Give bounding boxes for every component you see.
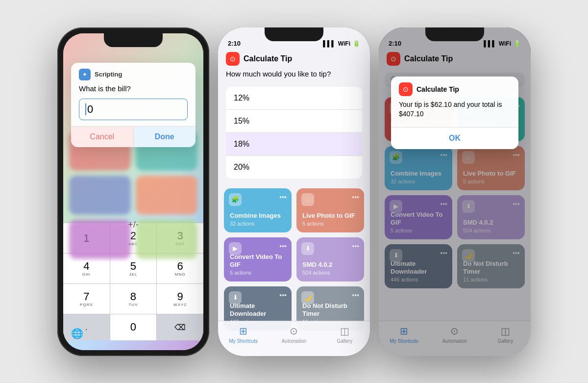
sign-toggle[interactable]: +/- xyxy=(128,220,139,230)
ultimate-name-2: Ultimate Downloader xyxy=(230,302,286,317)
shortcut-live-photo-2[interactable]: ◌ ••• Live Photo to GIF 5 actions xyxy=(296,188,364,232)
gallery-icon-2: ◫ xyxy=(340,325,349,337)
phones-container: ✦ Scripting What is the bill? 0 Cancel D… xyxy=(48,18,540,366)
phone-2-tab-bar: ⊞ My Shortcuts ⊙ Automation ◫ Gallery xyxy=(218,321,370,356)
numpad-7[interactable]: 7PQRS xyxy=(63,284,110,314)
numpad-9[interactable]: 9WXYZ xyxy=(157,284,203,314)
tip-12[interactable]: 12% xyxy=(226,87,362,110)
alert-box: ⊙ Calculate Tip Your tip is $62.10 and y… xyxy=(391,77,518,149)
phone-2-status-icons: ▌▌▌ WiFi 🔋 xyxy=(323,40,360,47)
phone-3-time: 2:10 xyxy=(389,40,401,47)
automation-icon-2: ⊙ xyxy=(290,325,298,337)
tab-my-shortcuts-2[interactable]: ⊞ My Shortcuts xyxy=(218,325,269,344)
input-value: 0 xyxy=(87,103,93,116)
battery-icon: 🔋 xyxy=(353,40,360,47)
automation-label-2: Automation xyxy=(282,338,307,344)
convert-video-icon-2: ▶ xyxy=(229,242,242,255)
live-photo-actions-2: 5 actions xyxy=(302,221,358,227)
alert-app-name: Calculate Tip xyxy=(416,85,459,93)
dialog-input[interactable]: 0 xyxy=(79,99,188,120)
phone-2-notch xyxy=(265,27,323,41)
smd-icon-2: ⬇ xyxy=(301,242,314,255)
signal-icon-3: ▌▌▌ xyxy=(484,40,496,47)
my-shortcuts-label-2: My Shortcuts xyxy=(229,338,257,344)
phone-1-notch xyxy=(104,33,163,47)
tip-list: 12% 15% 18% 20% xyxy=(226,87,362,179)
phone-2-screen: 2:10 ▌▌▌ WiFi 🔋 ⊙ Calculate Tip How much… xyxy=(218,27,370,356)
tip-20[interactable]: 20% xyxy=(226,156,362,179)
battery-icon-3: 🔋 xyxy=(514,40,521,47)
combine-images-name-2: Combine Images xyxy=(230,212,286,220)
scripting-dialog: ✦ Scripting What is the bill? 0 Cancel D… xyxy=(63,55,203,155)
text-cursor xyxy=(85,103,86,115)
shortcut-combine-images-2[interactable]: 🧩 ••• Combine Images 32 actions xyxy=(224,188,292,232)
tip-18[interactable]: 18% xyxy=(226,133,362,156)
scripting-icon: ✦ xyxy=(79,69,91,80)
done-button[interactable]: Done xyxy=(134,127,196,147)
alert-message: Your tip is $62.10 and your total is $40… xyxy=(391,98,518,127)
alert-ok-button[interactable]: OK xyxy=(391,128,518,149)
convert-video-actions-2: 5 actions xyxy=(230,270,286,276)
dialog-buttons: Cancel Done xyxy=(71,126,196,147)
dialog-app-name: Scripting xyxy=(95,71,122,78)
phone-2-time: 2:10 xyxy=(228,40,241,47)
combine-images-icon-2: 🧩 xyxy=(229,193,242,206)
convert-video-menu-2[interactable]: ••• xyxy=(279,242,287,250)
globe-key[interactable]: 🌐 xyxy=(71,328,83,339)
tip-result-alert: ⊙ Calculate Tip Your tip is $62.10 and y… xyxy=(379,27,531,356)
phone-3-screen: 2:10 ▌▌▌ WiFi 🔋 ⊙ Calculate Tip 🔍 Search xyxy=(379,27,531,356)
phone-1-screen: ✦ Scripting What is the bill? 0 Cancel D… xyxy=(63,33,203,350)
bg-card-6 xyxy=(136,220,197,259)
cancel-button[interactable]: Cancel xyxy=(71,127,134,147)
bg-card-3 xyxy=(69,176,131,215)
ultimate-icon-2: ⬇ xyxy=(229,291,242,304)
smd-name-2: SMD 4.0.2 xyxy=(302,261,358,269)
dialog-card: ✦ Scripting What is the bill? 0 Cancel D… xyxy=(71,63,196,147)
tip-question: How much would you like to tip? xyxy=(226,70,362,78)
alert-btn-row: OK xyxy=(391,127,518,149)
dnd-menu-2[interactable]: ••• xyxy=(352,291,359,299)
smd-actions-2: 504 actions xyxy=(302,270,358,276)
numpad-8[interactable]: 8TUV xyxy=(110,284,157,314)
wifi-icon: WiFi xyxy=(338,40,350,47)
phone-2-shortcuts-grid: 🧩 ••• Combine Images 32 actions ◌ ••• Li… xyxy=(218,182,370,336)
phone-3-status-icons: ▌▌▌ WiFi 🔋 xyxy=(484,40,521,47)
my-shortcuts-icon-2: ⊞ xyxy=(239,325,247,337)
numpad-dot[interactable]: . xyxy=(63,314,110,340)
dnd-name-2: Do Not Disturb Timer xyxy=(302,302,358,317)
phone-1: ✦ Scripting What is the bill? 0 Cancel D… xyxy=(57,27,209,356)
live-photo-menu-2[interactable]: ••• xyxy=(352,193,359,201)
phone-3-notch xyxy=(425,27,484,41)
live-photo-icon-2: ◌ xyxy=(301,193,314,206)
combine-images-actions-2: 32 actions xyxy=(230,221,286,227)
phone-3: 2:10 ▌▌▌ WiFi 🔋 ⊙ Calculate Tip 🔍 Search xyxy=(379,27,531,356)
gallery-label-2: Gallery xyxy=(337,338,352,344)
numpad-0[interactable]: 0 xyxy=(110,314,157,340)
tab-automation-2[interactable]: ⊙ Automation xyxy=(269,325,319,344)
title-row: ⊙ Calculate Tip xyxy=(226,52,362,66)
smd-menu-2[interactable]: ••• xyxy=(352,242,359,250)
bg-card-4 xyxy=(136,176,197,215)
phone-2: 2:10 ▌▌▌ WiFi 🔋 ⊙ Calculate Tip How much… xyxy=(218,27,370,356)
shortcut-convert-video-2[interactable]: ▶ ••• Convert Video To GIF 5 actions xyxy=(224,237,292,281)
calculate-tip-title-2: Calculate Tip xyxy=(244,54,292,63)
signal-icon: ▌▌▌ xyxy=(323,40,336,47)
wifi-icon-3: WiFi xyxy=(499,40,511,47)
dnd-icon-2: 🌙 xyxy=(301,291,314,304)
live-photo-name-2: Live Photo to GIF xyxy=(302,212,358,220)
alert-app-icon: ⊙ xyxy=(399,82,413,96)
ultimate-menu-2[interactable]: ••• xyxy=(279,291,287,299)
bg-card-5 xyxy=(69,220,131,259)
combine-images-menu-2[interactable]: ••• xyxy=(279,193,287,201)
numpad-delete[interactable]: ⌫ xyxy=(157,314,203,340)
calculate-tip-icon-2: ⊙ xyxy=(226,52,240,66)
alert-header: ⊙ Calculate Tip xyxy=(391,77,518,98)
convert-video-name-2: Convert Video To GIF xyxy=(230,253,286,268)
dialog-question: What is the bill? xyxy=(71,82,196,99)
dialog-header: ✦ Scripting xyxy=(71,63,196,82)
tip-15[interactable]: 15% xyxy=(226,110,362,133)
shortcut-smd-2[interactable]: ⬇ ••• SMD 4.0.2 504 actions xyxy=(296,237,364,281)
tab-gallery-2[interactable]: ◫ Gallery xyxy=(319,325,370,344)
